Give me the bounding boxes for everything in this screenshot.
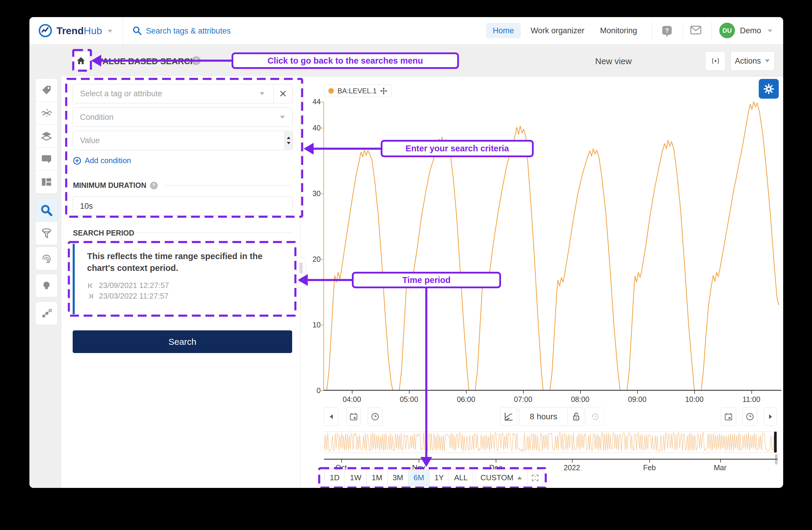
svg-text:−: − <box>46 113 48 118</box>
broadcast-button[interactable] <box>705 51 725 71</box>
bulb-icon <box>41 280 52 291</box>
set-start-date-button[interactable] <box>346 407 361 426</box>
rail-item-fingerprint[interactable] <box>35 247 58 270</box>
fingerprint-icon <box>41 253 52 264</box>
rail-item-comments[interactable] <box>35 147 58 171</box>
value-placeholder: Value <box>73 136 285 145</box>
series-legend-chip[interactable]: BA:LEVEL.1 <box>324 84 392 97</box>
user-menu-label[interactable]: Demo <box>740 26 761 35</box>
clock-icon <box>371 412 379 421</box>
tag-select[interactable]: Select a tag or attribute <box>73 84 293 103</box>
field-divider <box>273 84 274 103</box>
range-button-1m[interactable]: 1M <box>366 470 388 486</box>
brand-light: Hub <box>84 25 102 36</box>
y-tick-label: 44 <box>306 97 321 106</box>
move-icon[interactable] <box>380 87 387 95</box>
select-caret-down-icon <box>259 92 265 96</box>
filter-icon <box>41 227 52 239</box>
period-start-row: 23/09/2021 12:27:57 <box>87 281 169 290</box>
step-curve-icon <box>504 412 513 421</box>
rail-item-search[interactable] <box>35 198 58 222</box>
x-tick-mark <box>694 391 695 394</box>
collapse-close-icon[interactable] <box>299 279 303 283</box>
rail-item-scatter[interactable] <box>35 302 58 325</box>
annotation-arrowhead <box>304 143 314 155</box>
user-caret-down-icon[interactable] <box>767 29 773 33</box>
layers-icon <box>41 130 52 142</box>
nav-monitoring[interactable]: Monitoring <box>597 23 640 38</box>
range-button-1w[interactable]: 1W <box>345 470 366 486</box>
avatar[interactable]: DU <box>719 23 735 38</box>
svg-text:×: × <box>50 110 52 114</box>
rail-item-functions[interactable]: +÷ ×− <box>35 101 58 125</box>
month-tick-label: Mar <box>707 463 734 472</box>
help-icon[interactable]: ? <box>662 25 672 37</box>
search-icon <box>41 204 52 216</box>
pan-left-button[interactable] <box>324 407 339 426</box>
interpolation-type-button[interactable] <box>500 407 517 426</box>
fit-range-button[interactable] <box>527 470 543 486</box>
mail-icon[interactable] <box>690 26 701 34</box>
context-duration-control[interactable]: 8 hours <box>519 407 584 426</box>
range-button-1d[interactable]: 1D <box>325 470 345 486</box>
actions-label: Actions <box>735 57 761 66</box>
range-button-6m[interactable]: 6M <box>409 470 430 486</box>
annotation-period-callout: Time period <box>352 272 501 288</box>
lock-open-icon[interactable] <box>572 412 580 421</box>
range-button-1y[interactable]: 1Y <box>430 470 449 486</box>
spinner-up-icon[interactable] <box>287 136 291 139</box>
trendhub-logo-icon <box>38 24 52 38</box>
min-duration-input[interactable]: 10s <box>73 196 293 216</box>
chart-settings-button[interactable] <box>759 79 779 99</box>
value-spinner[interactable] <box>285 131 292 150</box>
range-button-3m[interactable]: 3M <box>388 470 408 486</box>
min-duration-help-icon[interactable]: ? <box>150 182 158 189</box>
rail-item-insights[interactable] <box>35 274 58 297</box>
min-duration-header: MINIMUM DURATION ? <box>73 181 158 190</box>
clear-selection-icon[interactable] <box>279 90 287 97</box>
svg-text:+: + <box>46 108 48 112</box>
x-tick-mark <box>751 391 752 394</box>
condition-select[interactable]: Condition <box>73 108 293 127</box>
range-button-all[interactable]: ALL <box>449 470 473 486</box>
page-help-icon[interactable]: ? <box>192 56 201 65</box>
custom-range-button[interactable]: CUSTOM <box>476 470 527 486</box>
x-tick-label: 06:00 <box>453 395 479 404</box>
rail-item-dashboards[interactable] <box>35 170 58 194</box>
nav-home[interactable]: Home <box>486 23 521 38</box>
panel-collapse-handle[interactable] <box>296 257 306 288</box>
add-condition-label: Add condition <box>85 156 131 165</box>
spinner-down-icon[interactable] <box>287 142 291 144</box>
value-input[interactable]: Value <box>73 131 293 150</box>
gear-icon <box>763 83 774 95</box>
y-tick-label: 40 <box>306 124 321 132</box>
period-start-value: 23/09/2021 12:27:57 <box>99 281 169 290</box>
set-end-date-button[interactable] <box>721 407 736 426</box>
y-tick-mark <box>320 193 323 194</box>
add-condition-button[interactable]: Add condition <box>73 156 131 165</box>
month-tick-mark <box>720 460 721 463</box>
set-end-time-button[interactable] <box>742 407 757 426</box>
global-search-input[interactable]: Search tags & attributes <box>146 27 231 36</box>
set-start-time-button[interactable] <box>368 407 382 426</box>
rail-item-layers[interactable] <box>35 124 58 148</box>
view-title: New view <box>595 57 632 66</box>
context-overview-strip[interactable] <box>324 431 777 453</box>
brand-caret-down-icon[interactable] <box>106 29 114 33</box>
pan-right-button[interactable] <box>764 407 777 426</box>
value-search-panel: Select a tag or attribute Condition Valu… <box>61 76 301 488</box>
tag-icon <box>41 84 52 96</box>
y-tick-mark <box>320 259 323 260</box>
search-button[interactable]: Search <box>73 330 292 353</box>
add-circle-icon <box>73 157 81 165</box>
x-tick-mark <box>352 391 352 394</box>
nav-work-organizer[interactable]: Work organizer <box>530 23 585 38</box>
restore-period-button[interactable] <box>586 407 604 426</box>
rail-item-tags[interactable] <box>35 78 58 102</box>
actions-button[interactable]: Actions <box>730 51 774 71</box>
card-accent-bar <box>73 244 75 314</box>
rail-item-filter[interactable] <box>35 221 58 245</box>
back-to-searches-button[interactable] <box>72 51 90 70</box>
trendhub-app-window: TrendHub Search tags & attributes Home W… <box>29 17 783 488</box>
overview-window-handle[interactable] <box>774 432 777 452</box>
